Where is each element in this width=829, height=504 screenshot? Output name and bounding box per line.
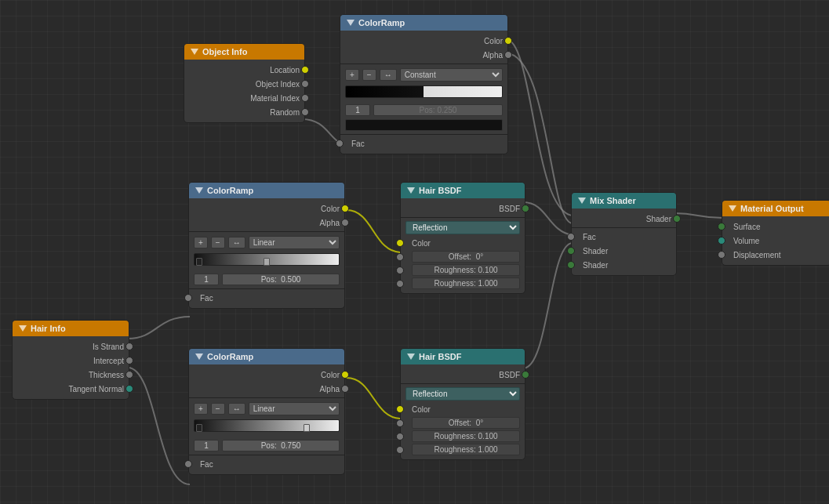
handle-left[interactable] bbox=[196, 258, 202, 266]
roughness2-field[interactable] bbox=[412, 444, 520, 455]
divider bbox=[572, 227, 676, 228]
location-socket[interactable] bbox=[301, 66, 309, 74]
remove-stop-btn[interactable]: − bbox=[362, 69, 376, 81]
hair-bsdf2-title: Hair BSDF bbox=[419, 352, 461, 361]
offset-field[interactable] bbox=[412, 417, 520, 429]
color-out-label: Color bbox=[484, 37, 503, 45]
material-index-socket[interactable] bbox=[301, 94, 309, 102]
surface-row: Surface bbox=[722, 219, 829, 234]
fac-in-row: Fac bbox=[340, 136, 507, 150]
reflection-select[interactable]: Reflection bbox=[405, 221, 520, 234]
collapse-triangle[interactable] bbox=[195, 354, 203, 360]
stop-index[interactable] bbox=[194, 274, 219, 285]
roughness2-socket[interactable] bbox=[396, 280, 404, 288]
hair-bsdf1-node: Hair BSDF BSDF Reflection Color bbox=[400, 182, 525, 294]
roughness2-field[interactable] bbox=[412, 277, 520, 289]
fac-label: Fac bbox=[583, 233, 596, 241]
offset-field[interactable] bbox=[412, 251, 520, 263]
offset-socket[interactable] bbox=[396, 419, 404, 427]
add-stop-btn[interactable]: + bbox=[194, 403, 208, 415]
remove-stop-btn[interactable]: − bbox=[211, 237, 225, 248]
flip-btn[interactable]: ↔ bbox=[228, 403, 245, 415]
collapse-triangle[interactable] bbox=[578, 198, 586, 204]
colorramp2-slider bbox=[189, 272, 344, 287]
volume-socket[interactable] bbox=[718, 237, 725, 245]
remove-stop-btn[interactable]: − bbox=[211, 403, 225, 415]
tangent-normal-socket[interactable] bbox=[125, 385, 133, 393]
handle-right[interactable] bbox=[264, 258, 270, 266]
bsdf-out-socket[interactable] bbox=[522, 205, 529, 212]
color-out-socket[interactable] bbox=[341, 371, 349, 379]
collapse-triangle[interactable] bbox=[347, 20, 355, 26]
intercept-label: Intercept bbox=[93, 357, 124, 365]
alpha-out-socket[interactable] bbox=[504, 51, 512, 59]
alpha-out-socket[interactable] bbox=[341, 219, 349, 227]
roughness1-socket[interactable] bbox=[396, 267, 404, 274]
flip-btn[interactable]: ↔ bbox=[228, 237, 245, 248]
handle-right[interactable] bbox=[304, 424, 310, 432]
flip-btn[interactable]: ↔ bbox=[380, 69, 397, 81]
is-strand-row: Is Strand bbox=[13, 339, 129, 354]
pos-field[interactable] bbox=[222, 274, 340, 285]
roughness2-socket[interactable] bbox=[396, 446, 404, 454]
fac-in-socket[interactable] bbox=[184, 460, 192, 468]
displacement-socket[interactable] bbox=[718, 251, 725, 259]
color-out-socket[interactable] bbox=[504, 37, 512, 45]
alpha-out-label: Alpha bbox=[482, 51, 503, 60]
reflection-select[interactable]: Reflection bbox=[405, 387, 520, 401]
handle-left[interactable] bbox=[196, 424, 202, 432]
object-info-node: Object Info Location Object Index Materi… bbox=[184, 43, 305, 123]
collapse-triangle[interactable] bbox=[19, 325, 27, 332]
colorramp1-title: ColorRamp bbox=[358, 18, 405, 27]
fac-in-socket[interactable] bbox=[567, 233, 575, 241]
add-stop-btn[interactable]: + bbox=[345, 69, 359, 81]
tangent-normal-label: Tangent Normal bbox=[68, 385, 124, 393]
is-strand-socket[interactable] bbox=[125, 343, 133, 350]
collapse-triangle[interactable] bbox=[729, 205, 736, 212]
intercept-socket[interactable] bbox=[125, 357, 133, 364]
colorramp2-controls: + − ↔ Linear bbox=[189, 234, 344, 252]
fac-in-socket[interactable] bbox=[184, 294, 192, 302]
shader1-in-socket[interactable] bbox=[567, 247, 575, 255]
roughness1-field[interactable] bbox=[412, 264, 520, 276]
color-out-label: Color bbox=[321, 371, 340, 379]
color-in-socket[interactable] bbox=[396, 239, 404, 247]
fac-in-socket[interactable] bbox=[336, 140, 344, 147]
thickness-label: Thickness bbox=[89, 371, 124, 379]
colorramp3-controls: + − ↔ Linear bbox=[189, 400, 344, 418]
roughness1-field[interactable] bbox=[412, 430, 520, 442]
bsdf-out-label: BSDF bbox=[499, 205, 520, 213]
is-strand-label: Is Strand bbox=[93, 343, 124, 351]
collapse-triangle[interactable] bbox=[191, 49, 198, 55]
hair-info-node: Hair Info Is Strand Intercept Thickness … bbox=[12, 320, 129, 400]
pos-field[interactable] bbox=[373, 104, 503, 116]
interpolation-select[interactable]: Linear bbox=[249, 236, 340, 249]
thickness-socket[interactable] bbox=[125, 371, 133, 379]
collapse-triangle[interactable] bbox=[407, 354, 415, 360]
color-in-label: Color bbox=[412, 405, 431, 414]
add-stop-btn[interactable]: + bbox=[194, 237, 208, 248]
pos-field[interactable] bbox=[222, 440, 340, 451]
surface-label: Surface bbox=[733, 223, 760, 231]
divider2 bbox=[189, 455, 344, 455]
bsdf-out-socket[interactable] bbox=[522, 371, 529, 379]
roughness2-row bbox=[401, 443, 525, 456]
color-out-socket[interactable] bbox=[341, 205, 349, 212]
shader2-in-socket[interactable] bbox=[567, 261, 575, 269]
shader-out-socket[interactable] bbox=[673, 215, 681, 223]
collapse-triangle[interactable] bbox=[195, 187, 203, 194]
stop-index[interactable] bbox=[194, 440, 219, 451]
object-index-socket[interactable] bbox=[301, 80, 309, 88]
color-in-socket[interactable] bbox=[396, 405, 404, 413]
roughness1-socket[interactable] bbox=[396, 433, 404, 441]
surface-socket[interactable] bbox=[718, 223, 725, 230]
alpha-out-socket[interactable] bbox=[341, 385, 349, 393]
random-socket[interactable] bbox=[301, 108, 309, 116]
interpolation-select[interactable]: Linear bbox=[249, 402, 340, 415]
stop-index[interactable] bbox=[345, 104, 370, 116]
intercept-row: Intercept bbox=[13, 354, 129, 368]
hex-input[interactable] bbox=[345, 119, 503, 131]
offset-socket[interactable] bbox=[396, 253, 404, 261]
interpolation-select[interactable]: Constant bbox=[400, 68, 503, 82]
collapse-triangle[interactable] bbox=[407, 187, 415, 194]
